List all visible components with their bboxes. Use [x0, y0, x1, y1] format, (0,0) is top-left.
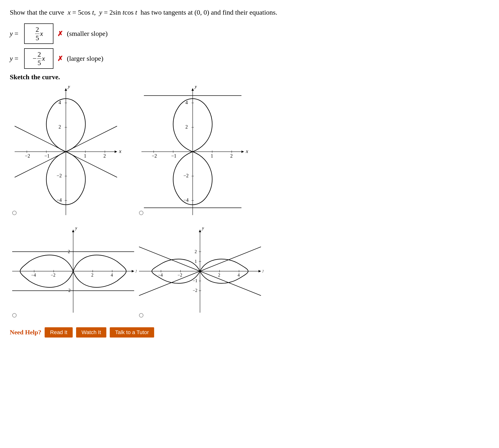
- svg-marker-70: [258, 270, 261, 272]
- svg-text:−1: −1: [44, 153, 49, 159]
- graph4-svg: x y −4 −2 2 4 2 1 −1 −2: [137, 227, 263, 315]
- svg-text:1: 1: [211, 153, 213, 159]
- eq2-label: y =: [10, 55, 18, 63]
- need-help-label: Need Help?: [10, 329, 41, 336]
- svg-marker-71: [199, 230, 201, 232]
- svg-text:4: 4: [111, 273, 113, 277]
- svg-text:−1: −1: [171, 153, 176, 159]
- svg-text:2: 2: [195, 249, 197, 254]
- graph3-radio[interactable]: [12, 313, 16, 318]
- top-graphs-row: x y −2 −1 1 2 4 2 −2 −4: [10, 86, 489, 218]
- svg-text:y: y: [194, 86, 197, 89]
- svg-text:−2: −2: [66, 288, 70, 293]
- graph4-radio[interactable]: [139, 313, 144, 318]
- bottom-graphs-row: x y −4 −2 2 4 2 −2: [10, 227, 489, 320]
- equation-row-1: y = 25x ✗ (smaller slope): [10, 23, 489, 44]
- svg-text:−2: −2: [152, 153, 157, 159]
- svg-text:y: y: [67, 86, 70, 89]
- talk-to-tutor-button[interactable]: Talk to a Tutor: [110, 327, 154, 337]
- svg-marker-52: [132, 270, 134, 272]
- svg-text:2: 2: [91, 273, 93, 277]
- svg-text:−2: −2: [25, 153, 30, 159]
- problem-statement: Show that the curve x = 5cos t, y = 2sin…: [10, 7, 489, 17]
- sketch-label: Sketch the curve.: [10, 73, 489, 81]
- svg-text:−2: −2: [51, 273, 55, 277]
- eq2-box: −25x: [24, 48, 53, 69]
- svg-text:x: x: [246, 148, 248, 154]
- graph1-container[interactable]: x y −2 −1 1 2 4 2 −2 −4: [10, 86, 122, 218]
- svg-text:x: x: [262, 268, 263, 273]
- svg-text:−4: −4: [31, 273, 36, 277]
- watch-it-button[interactable]: Watch It: [76, 327, 106, 337]
- svg-text:2: 2: [103, 153, 106, 159]
- svg-text:2: 2: [68, 249, 70, 254]
- eq1-label: y =: [10, 30, 18, 38]
- svg-text:2: 2: [185, 124, 188, 129]
- svg-text:x: x: [119, 148, 121, 154]
- graph3-container[interactable]: x y −4 −2 2 4 2 −2: [10, 227, 122, 320]
- svg-marker-28: [241, 150, 244, 153]
- svg-text:−2: −2: [57, 173, 62, 178]
- svg-text:2: 2: [59, 124, 61, 129]
- graph2-svg: x y −2 −1 1 2 4 2 −2 −4: [137, 86, 249, 218]
- equation-row-2: y = −25x ✗ (larger slope): [10, 48, 489, 69]
- need-help-section: Need Help? Read It Watch It Talk to a Tu…: [10, 327, 489, 337]
- graph1-svg: x y −2 −1 1 2 4 2 −2 −4: [10, 86, 122, 218]
- read-it-button[interactable]: Read It: [45, 327, 73, 337]
- eq1-box: 25x: [24, 23, 53, 44]
- svg-text:−2: −2: [193, 288, 197, 293]
- svg-marker-53: [72, 230, 74, 232]
- graph2-container[interactable]: x y −2 −1 1 2 4 2 −2 −4: [137, 86, 249, 218]
- eq1-slope-label: (smaller slope): [67, 30, 108, 38]
- svg-text:2: 2: [230, 153, 233, 159]
- svg-text:1: 1: [84, 153, 86, 159]
- svg-text:−4: −4: [158, 273, 163, 277]
- svg-text:y: y: [201, 227, 204, 230]
- svg-text:−2: −2: [183, 173, 189, 178]
- svg-marker-2: [115, 150, 117, 153]
- graph4-container[interactable]: x y −4 −2 2 4 2 1 −1 −2: [137, 227, 249, 320]
- svg-text:2: 2: [218, 273, 220, 277]
- eq1-marker: ✗: [57, 30, 63, 38]
- eq2-marker: ✗: [57, 55, 63, 63]
- svg-text:1: 1: [195, 259, 197, 264]
- graph3-svg: x y −4 −2 2 4 2 −2: [10, 227, 137, 315]
- svg-marker-29: [192, 88, 194, 91]
- svg-text:y: y: [75, 227, 77, 230]
- svg-marker-3: [65, 88, 67, 91]
- svg-text:−2: −2: [177, 273, 182, 277]
- eq2-slope-label: (larger slope): [67, 55, 103, 63]
- svg-text:4: 4: [238, 273, 240, 277]
